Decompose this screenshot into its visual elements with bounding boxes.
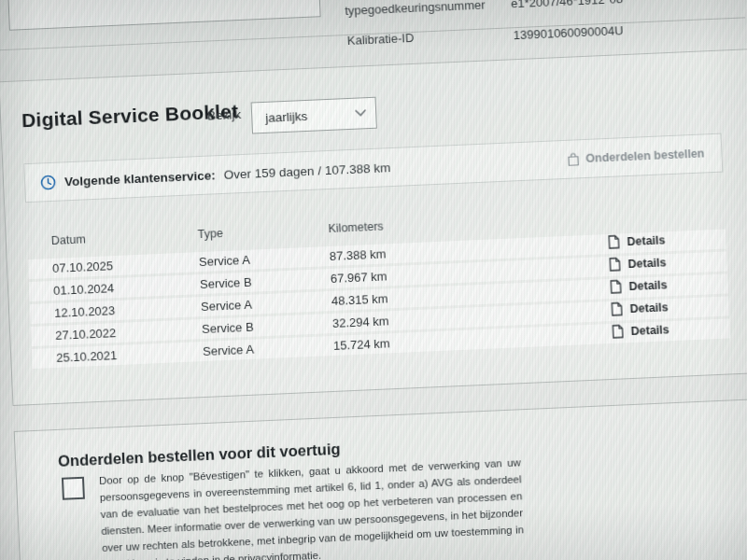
cell-kilometers: 32.294 km bbox=[332, 314, 389, 330]
cell-kilometers: 48.315 km bbox=[331, 291, 388, 308]
order-parts-label: Onderdelen bestellen bbox=[585, 147, 705, 165]
column-header-kilometers: Kilometers bbox=[328, 219, 384, 235]
cell-type: Service A bbox=[201, 298, 253, 314]
details-button[interactable]: Details bbox=[610, 277, 668, 294]
details-label: Details bbox=[627, 256, 667, 271]
details-button[interactable]: Details bbox=[608, 232, 666, 249]
details-label: Details bbox=[628, 278, 668, 293]
details-label: Details bbox=[629, 301, 669, 315]
chevron-down-icon bbox=[355, 109, 366, 118]
comment-textarea[interactable]: 0/140 bbox=[7, 0, 321, 31]
consent-text: Door op de knop "Bévestigen" te klikken,… bbox=[99, 454, 525, 560]
cell-datum: 12.10.2023 bbox=[54, 303, 116, 320]
cell-type: Service B bbox=[202, 320, 254, 336]
document-icon bbox=[611, 301, 623, 316]
next-service-banner: Volgende klantenservice: Over 159 dagen … bbox=[23, 133, 723, 203]
next-service-label: Volgende klantenservice: bbox=[64, 168, 216, 189]
next-service-value: Over 159 dagen / 107.388 km bbox=[223, 161, 390, 182]
spec-value-type-approval: e1*2007/46*1912*08 bbox=[511, 0, 624, 10]
view-interval-select[interactable]: jaarlijks bbox=[251, 97, 377, 134]
digital-service-booklet-card: Digital Service Booklet Bekijk jaarlijks… bbox=[0, 49, 747, 406]
consent-checkbox[interactable] bbox=[62, 477, 85, 500]
details-button[interactable]: Details bbox=[609, 255, 667, 272]
shopping-bag-icon bbox=[567, 152, 580, 167]
document-icon bbox=[608, 234, 620, 249]
document-icon bbox=[609, 257, 621, 272]
column-header-datum: Datum bbox=[51, 232, 86, 247]
cell-type: Service A bbox=[203, 343, 255, 358]
char-counter: 0/140 bbox=[276, 0, 319, 18]
cell-kilometers: 87.388 km bbox=[330, 246, 387, 263]
order-parts-button[interactable]: Onderdelen bestellen bbox=[567, 147, 705, 166]
order-parts-card: Onderdelen bestellen voor dit voertuig D… bbox=[14, 399, 747, 560]
cell-type: Service B bbox=[200, 275, 252, 291]
spec-label-type-approval: typegoedkeuringsnummer bbox=[345, 0, 486, 18]
page-title: Digital Service Booklet bbox=[21, 100, 239, 132]
cell-type: Service A bbox=[199, 253, 251, 269]
clock-icon bbox=[40, 174, 57, 190]
details-button[interactable]: Details bbox=[612, 322, 669, 339]
screen-photo: 0/140 typegoedkeuringsnummer e1*2007/46*… bbox=[0, 0, 747, 560]
select-value: jaarlijks bbox=[265, 108, 308, 124]
details-label: Details bbox=[627, 233, 666, 248]
cell-datum: 07.10.2025 bbox=[52, 259, 114, 275]
cell-datum: 25.10.2021 bbox=[56, 348, 118, 365]
details-button[interactable]: Details bbox=[611, 300, 669, 316]
cell-datum: 01.10.2024 bbox=[53, 281, 115, 298]
view-label: Bekijk bbox=[207, 107, 242, 123]
column-header-type: Type bbox=[197, 227, 223, 241]
cell-kilometers: 15.724 km bbox=[333, 336, 390, 353]
cell-kilometers: 67.967 km bbox=[331, 269, 388, 286]
document-icon bbox=[612, 324, 624, 339]
document-icon bbox=[610, 279, 622, 294]
browser-page: 0/140 typegoedkeuringsnummer e1*2007/46*… bbox=[0, 0, 747, 560]
cell-datum: 27.10.2022 bbox=[55, 326, 117, 343]
details-label: Details bbox=[630, 323, 669, 338]
